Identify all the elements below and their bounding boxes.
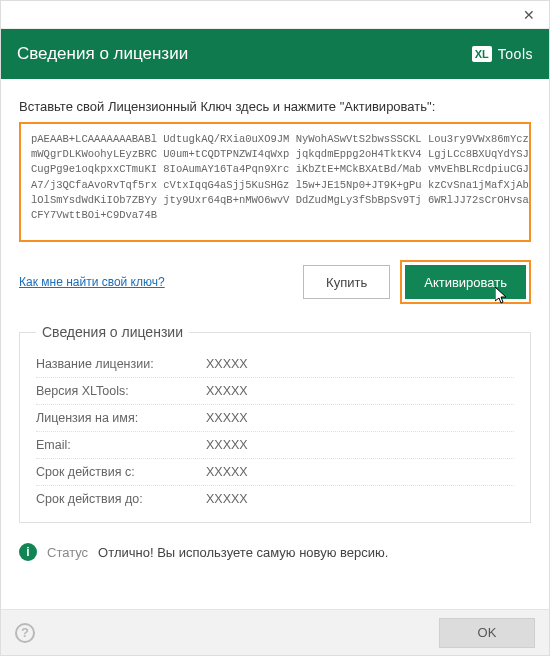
table-row: Версия XLTools: XXXXX xyxy=(36,378,514,405)
table-row: Лицензия на имя: XXXXX xyxy=(36,405,514,432)
row-label: Email: xyxy=(36,438,206,452)
row-label: Название лицензии: xyxy=(36,357,206,371)
license-key-input[interactable]: pAEAAB+LCAAAAAAABABl UdtugkAQ/RXia0uXO9J… xyxy=(19,122,531,242)
status-text: Отлично! Вы используете самую новую верс… xyxy=(98,545,388,560)
row-value: XXXXX xyxy=(206,384,248,398)
license-details-table: Название лицензии: XXXXX Версия XLTools:… xyxy=(36,351,514,512)
license-details-group: Сведения о лицензии Название лицензии: X… xyxy=(19,332,531,523)
row-value: XXXXX xyxy=(206,465,248,479)
find-key-link[interactable]: Как мне найти свой ключ? xyxy=(19,275,165,289)
titlebar: ✕ xyxy=(1,1,549,29)
ok-button[interactable]: OK xyxy=(439,618,535,648)
status-row: i Статус Отлично! Вы используете самую н… xyxy=(19,543,531,561)
dialog-content: Вставьте свой Лицензионный Ключ здесь и … xyxy=(1,79,549,609)
row-label: Срок действия с: xyxy=(36,465,206,479)
license-details-legend: Сведения о лицензии xyxy=(36,324,189,340)
table-row: Название лицензии: XXXXX xyxy=(36,351,514,378)
close-button[interactable]: ✕ xyxy=(509,1,549,29)
help-button[interactable]: ? xyxy=(15,623,35,643)
info-icon: i xyxy=(19,543,37,561)
row-value: XXXXX xyxy=(206,438,248,452)
row-value: XXXXX xyxy=(206,357,248,371)
license-key-text: pAEAAB+LCAAAAAAABABl UdtugkAQ/RXia0uXO9J… xyxy=(31,132,519,223)
brand-logo: XL Tools xyxy=(472,46,533,62)
dialog-header: Сведения о лицензии XL Tools xyxy=(1,29,549,79)
brand-tools-text: Tools xyxy=(498,46,533,62)
instruction-text: Вставьте свой Лицензионный Ключ здесь и … xyxy=(19,99,531,114)
row-value: XXXXX xyxy=(206,492,248,506)
table-row: Email: XXXXX xyxy=(36,432,514,459)
license-dialog: ✕ Сведения о лицензии XL Tools Вставьте … xyxy=(0,0,550,656)
table-row: Срок действия с: XXXXX xyxy=(36,459,514,486)
brand-xl-icon: XL xyxy=(472,46,492,62)
row-label: Версия XLTools: xyxy=(36,384,206,398)
activate-button[interactable]: Активировать xyxy=(405,265,526,299)
dialog-footer: ? OK xyxy=(1,609,549,655)
row-label: Лицензия на имя: xyxy=(36,411,206,425)
dialog-title: Сведения о лицензии xyxy=(17,44,188,64)
actions-row: Как мне найти свой ключ? Купить Активиро… xyxy=(19,260,531,304)
activate-button-highlight: Активировать xyxy=(400,260,531,304)
row-label: Срок действия до: xyxy=(36,492,206,506)
table-row: Срок действия до: XXXXX xyxy=(36,486,514,512)
row-value: XXXXX xyxy=(206,411,248,425)
buy-button[interactable]: Купить xyxy=(303,265,390,299)
status-label: Статус xyxy=(47,545,88,560)
